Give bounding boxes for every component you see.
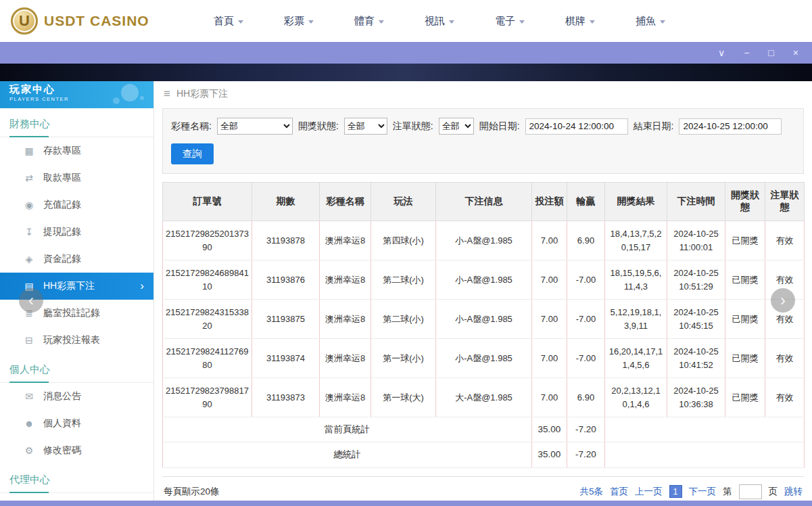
end-date-input[interactable]	[679, 118, 782, 135]
decorative-banner	[0, 64, 812, 81]
cell-lottery-name: 澳洲幸运8	[320, 260, 371, 300]
page-jump-input[interactable]	[739, 484, 762, 499]
sidebar-item-recharge-records[interactable]: ◉ 充值記錄	[0, 191, 153, 218]
sidebar-item-label: 修改密碼	[43, 444, 81, 457]
cell-win-loss: -7.00	[567, 339, 605, 378]
nav-item-label: 首頁	[214, 15, 234, 28]
pagination: 共5条 首页 上一页 1 下一页 第 页 跳转	[579, 484, 803, 499]
nav-item-label: 電子	[495, 15, 515, 28]
top-navigation-bar: U USDT CASINO 首頁 彩票 體育 視訊 電子 棋牌 捕魚	[0, 0, 812, 42]
sidebar-item-withdraw[interactable]: ⇄ 取款專區	[0, 164, 153, 191]
cell-period: 31193873	[252, 378, 320, 417]
nav-item-label: 體育	[354, 15, 375, 28]
sidebar-item-label: 廳室投註記錄	[43, 307, 100, 319]
scroll-left-button[interactable]: ‹	[19, 288, 43, 313]
hamburger-menu-icon[interactable]: ≡	[164, 87, 170, 101]
withdraw-icon: ⇄	[23, 172, 35, 183]
jump-suffix-label: 页	[769, 486, 778, 498]
draw-status-label: 開獎狀態:	[298, 120, 339, 133]
cell-win-loss: 6.90	[567, 378, 605, 417]
jump-button[interactable]: 跳转	[784, 486, 803, 498]
cell-order-id: 2152172982431533820	[163, 300, 252, 339]
window-maximize-icon[interactable]: □	[768, 48, 773, 58]
recharge-record-icon: ◉	[23, 200, 35, 210]
total-count: 共5条	[579, 486, 603, 498]
sidebar-item-label: 玩家投注報表	[43, 334, 100, 346]
sidebar-item-change-password[interactable]: ⚙ 修改密碼	[0, 437, 153, 464]
table-row: 2152172982468984110 31193876 澳洲幸运8 第二球(小…	[163, 260, 805, 300]
table-row: 2152172982379881790 31193873 澳洲幸运8 第一球(大…	[163, 378, 805, 417]
sidebar-item-label: HH彩票下注	[43, 280, 95, 292]
breadcrumb: ≡ HH彩票下注	[154, 81, 812, 107]
column-header-bet-info: 下注信息	[436, 183, 532, 221]
table-row: 2152172982411276980 31193874 澳洲幸运8 第一球(小…	[163, 339, 805, 378]
cell-bet-info: 小-A盤@1.985	[436, 221, 532, 260]
cell-draw-result: 18,4,13,7,5,20,15,17	[605, 221, 667, 260]
prev-page-link[interactable]: 上一页	[635, 486, 663, 498]
nav-item-card-games[interactable]: 棋牌	[545, 15, 615, 28]
report-icon: ⊟	[23, 335, 35, 346]
search-button[interactable]: 查詢	[171, 143, 214, 164]
column-header-period: 期數	[252, 183, 320, 221]
window-dropdown-icon[interactable]: ∨	[718, 48, 725, 58]
chevron-down-icon	[379, 20, 384, 24]
nav-item-live-video[interactable]: 視訊	[404, 15, 475, 28]
nav-item-sports[interactable]: 體育	[334, 15, 404, 28]
sidebar-item-deposit[interactable]: ▦ 存款專區	[0, 137, 153, 164]
window-minimize-icon[interactable]: −	[744, 48, 749, 58]
sidebar-item-withdrawal-records[interactable]: ↧ 提現記錄	[0, 218, 153, 246]
table-row: 2152172982431533820 31193875 澳洲幸运8 第二球(小…	[163, 300, 805, 339]
order-status-select[interactable]: 全部	[439, 118, 474, 135]
sidebar-item-funds-records[interactable]: ◈ 資金記錄	[0, 246, 153, 273]
current-page[interactable]: 1	[669, 485, 682, 498]
cell-order-id: 2152172982411276980	[163, 339, 252, 378]
main-content: ≡ HH彩票下注 彩種名稱: 全部 開獎狀態: 全部 注單狀態: 全部 開始日期…	[154, 81, 812, 501]
cell-play-type: 第四球(小)	[371, 221, 436, 260]
main-nav: 首頁 彩票 體育 視訊 電子 棋牌 捕魚	[193, 15, 686, 28]
nav-item-slots[interactable]: 電子	[475, 15, 545, 28]
scroll-right-button[interactable]: ›	[771, 288, 795, 313]
cell-order-status: 有效	[765, 221, 805, 260]
next-page-link[interactable]: 下一页	[689, 486, 717, 498]
draw-status-select[interactable]: 全部	[344, 118, 387, 135]
total-summary-row: 總統計 35.00 -7.20	[163, 442, 805, 467]
column-header-win-loss: 輸贏	[567, 183, 605, 221]
start-date-input[interactable]	[525, 118, 628, 135]
filter-panel: 彩種名稱: 全部 開獎狀態: 全部 注單狀態: 全部 開始日期: 結束日期: 查…	[162, 108, 804, 174]
window-titlebar: ∨ − □ ×	[0, 42, 812, 64]
nav-item-label: 捕魚	[636, 15, 656, 28]
bets-table-wrap: 訂單號 期數 彩種名稱 玩法 下注信息 投注額 輸贏 開獎結果 下注時間 開獎狀…	[162, 182, 804, 468]
sidebar-item-label: 提現記錄	[43, 226, 81, 238]
nav-item-lottery[interactable]: 彩票	[264, 15, 334, 28]
cell-win-loss: -7.00	[567, 300, 605, 339]
cell-order-id: 2152172982520137390	[163, 221, 252, 260]
cell-play-type: 第二球(小)	[371, 260, 436, 300]
first-page-link[interactable]: 首页	[610, 486, 628, 498]
cell-lottery-name: 澳洲幸运8	[320, 221, 371, 260]
cell-lottery-name: 澳洲幸运8	[320, 339, 371, 378]
logo[interactable]: U USDT CASINO	[11, 7, 168, 34]
sidebar-item-player-bet-report[interactable]: ⊟ 玩家投注報表	[0, 327, 153, 354]
sidebar-header: 玩家中心 PLAYERS CENTER	[0, 81, 153, 108]
cell-draw-result: 20,2,13,12,10,1,4,6	[605, 378, 667, 417]
summary-win-loss: -7.20	[567, 442, 605, 467]
chevron-down-icon	[308, 20, 314, 24]
sidebar-item-label: 消息公告	[43, 390, 81, 402]
cell-order-id: 2152172982379881790	[163, 378, 252, 417]
window-close-icon[interactable]: ×	[793, 48, 798, 58]
cell-bet-info: 小-A盤@1.985	[436, 260, 532, 300]
lottery-name-select[interactable]: 全部	[217, 118, 293, 135]
cell-bet-time: 2024-10-25 11:00:01	[667, 221, 725, 260]
cell-period: 31193876	[252, 260, 320, 300]
deposit-icon: ▦	[23, 145, 35, 156]
sidebar-item-announcements[interactable]: ✉ 消息公告	[0, 383, 153, 410]
cell-draw-result: 16,20,14,17,11,4,5,6	[605, 339, 667, 378]
nav-item-label: 視訊	[425, 15, 445, 28]
sidebar-item-profile[interactable]: ☻ 個人資料	[0, 410, 153, 437]
column-header-bet-amount: 投注額	[532, 183, 567, 221]
nav-item-fishing[interactable]: 捕魚	[615, 15, 686, 28]
nav-item-home[interactable]: 首頁	[193, 15, 264, 28]
cell-bet-info: 小-A盤@1.985	[436, 339, 532, 378]
column-header-order-status: 注單狀態	[765, 183, 805, 221]
page-size-text: 每頁顯示20條	[164, 486, 220, 498]
